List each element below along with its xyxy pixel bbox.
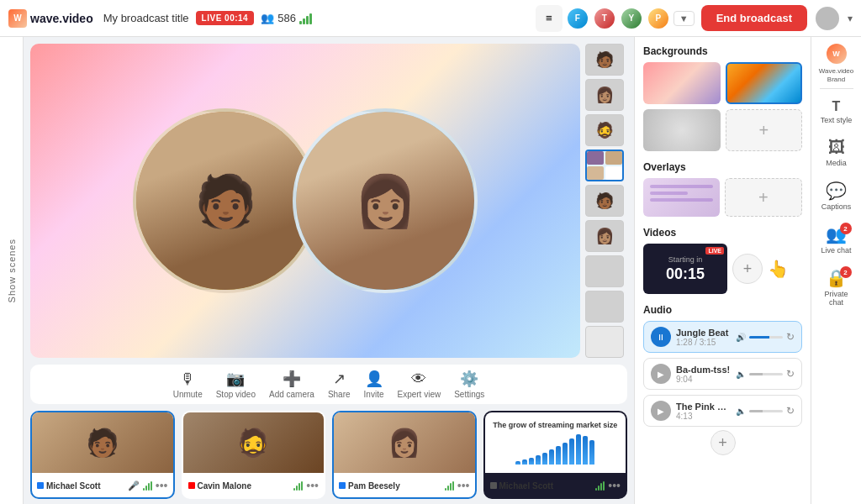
bg-thumb-3[interactable] (643, 109, 721, 151)
live-chat-label: Live chat (821, 246, 851, 255)
audio-dur-2: 4:13 (676, 412, 731, 421)
stop-video-label: Stop video (216, 390, 256, 399)
media-button[interactable]: 🖼 Media (815, 133, 858, 172)
refresh-btn-2[interactable]: ↻ (786, 405, 795, 417)
audio-title: Audio (643, 304, 802, 316)
avatar-4: P (647, 7, 670, 30)
add-overlay-icon: + (758, 188, 769, 207)
settings-icon: ⚙️ (460, 370, 478, 388)
thumb-4-active[interactable] (585, 150, 624, 181)
overlay-add[interactable]: + (725, 178, 803, 217)
audio-list: ⏸ Jungle Beat 1:28 / 3:15 🔊 ↻ ▶ Ba-dum-t… (643, 321, 802, 427)
audio-item-1: ▶ Ba-dum-tss! 9:04 🔈 ↻ (643, 358, 802, 390)
overlays-section: Overlays + (643, 161, 802, 217)
thumb-8[interactable] (585, 291, 624, 323)
thumb-3[interactable]: 🧔 (585, 114, 624, 146)
participant-name-3: Michael Scott (490, 481, 553, 491)
signal-3 (595, 480, 605, 491)
participant-name-0: Michael Scott (37, 481, 100, 491)
thumb-9[interactable] (585, 326, 624, 358)
chart-bar (529, 458, 534, 465)
logo-icon: W (8, 9, 27, 28)
text-style-icon: T (832, 99, 841, 114)
volume-slider-1[interactable] (749, 373, 783, 375)
share-icon: ↗ (333, 370, 346, 388)
backgrounds-section: Backgrounds + (643, 45, 802, 151)
participant-card-0[interactable]: 🧑🏾 Michael Scott 🎤 • (30, 411, 175, 499)
bg-thumb-1[interactable] (643, 62, 721, 104)
play-button-2[interactable]: ▶ (651, 401, 671, 421)
captions-label: Captions (821, 202, 852, 211)
logo: W wave.video (8, 9, 93, 28)
invite-button[interactable]: 👤 Invite (364, 370, 384, 399)
volume-slider-0[interactable] (749, 336, 783, 339)
more-btn-3[interactable]: ••• (608, 479, 621, 492)
user-avatar (814, 5, 841, 32)
private-chat-button[interactable]: 🔒 2 Private chat (815, 263, 858, 312)
participant-actions-0: 🎤 ••• (128, 479, 168, 492)
chart-bar (536, 455, 541, 465)
participant-card-1[interactable]: 🧔 Cavin Malone ••• (182, 411, 326, 499)
far-right-panel: W Wave.video Brand T Text style 🖼 Media … (811, 37, 861, 504)
participant-info-2: Pam Beesely ••• (334, 473, 475, 498)
end-broadcast-button[interactable]: End broadcast (701, 5, 807, 31)
stop-video-button[interactable]: 📷 Stop video (216, 370, 256, 399)
scenes-label: Show scenes (7, 239, 17, 302)
scenes-sidebar[interactable]: Show scenes (0, 37, 24, 504)
audio-item-0: ⏸ Jungle Beat 1:28 / 3:15 🔊 ↻ (643, 321, 802, 353)
pause-button-0[interactable]: ⏸ (651, 327, 671, 347)
right-panel: Backgrounds + Overlays (634, 37, 811, 504)
unmute-button[interactable]: 🎙 Unmute (173, 370, 203, 399)
thumb-7[interactable] (585, 255, 624, 287)
share-button[interactable]: ↗ Share (328, 370, 351, 399)
media-icon: 🖼 (828, 138, 845, 157)
signal-2 (445, 480, 454, 491)
participant-thumb-2: 👩🏽 (334, 412, 475, 473)
person-left: 🧑🏾 (133, 108, 318, 293)
participant-info-0: Michael Scott 🎤 ••• (32, 473, 173, 498)
chart-bar (542, 453, 547, 465)
chart-bar (583, 436, 588, 465)
add-audio-button[interactable]: + (710, 430, 736, 455)
bg-thumb-add[interactable]: + (726, 109, 803, 151)
user-menu-chevron[interactable]: ▾ (848, 13, 853, 24)
settings-button[interactable]: ⚙️ Settings (454, 370, 484, 399)
thumb-1[interactable]: 🧑🏾 (585, 44, 624, 76)
thumb-2[interactable]: 👩🏽 (585, 79, 624, 111)
captions-button[interactable]: 💬 Captions (815, 176, 858, 216)
audio-info-2: The Pink Phantom 4:13 (676, 402, 731, 421)
participant-actions-2: ••• (445, 479, 470, 492)
volume-icon-2: 🔈 (736, 407, 746, 416)
bg-thumb-2-selected[interactable] (726, 62, 803, 104)
text-style-button[interactable]: T Text style (815, 94, 858, 129)
add-camera-button[interactable]: ➕ Add camera (269, 370, 314, 399)
participant-card-2[interactable]: 👩🏽 Pam Beesely ••• (332, 411, 477, 499)
expert-view-button[interactable]: 👁 Expert view (397, 370, 441, 399)
participant-card-3[interactable]: The grow of streaming market size Michae… (483, 411, 628, 499)
video-thumb-1[interactable]: Starting in 00:15 LIVE (643, 244, 727, 294)
more-avatars-button[interactable]: ▼ (673, 11, 695, 26)
play-button-1[interactable]: ▶ (651, 364, 671, 384)
thumb-6[interactable]: 👩🏽 (585, 220, 624, 252)
more-btn-0[interactable]: ••• (156, 479, 168, 492)
overlay-thumb-1[interactable] (643, 178, 720, 217)
platform-dot-3 (490, 482, 497, 489)
avatar-2: T (593, 7, 616, 30)
live-chat-button[interactable]: 👥 2 Live chat (815, 219, 858, 260)
avatar-group: ≡ F T Y P ▼ (536, 5, 695, 32)
thumb-5[interactable]: 🧑🏾 (585, 185, 624, 217)
more-btn-1[interactable]: ••• (306, 479, 319, 492)
chart-mini (515, 431, 594, 465)
refresh-btn-1[interactable]: ↻ (786, 368, 795, 380)
face-right: 👩🏽 (296, 112, 474, 290)
refresh-btn-0[interactable]: ↻ (786, 331, 795, 343)
audio-info-0: Jungle Beat 1:28 / 3:15 (676, 328, 731, 347)
more-btn-2[interactable]: ••• (457, 479, 470, 492)
video-add-button[interactable]: + (732, 254, 763, 284)
audio-info-1: Ba-dum-tss! 9:04 (676, 365, 731, 384)
participant-name-1: Cavin Malone (188, 481, 251, 491)
chart-bar (569, 438, 574, 465)
live-badge: LIVE 00:14 (196, 11, 255, 25)
volume-slider-2[interactable] (749, 410, 783, 412)
menu-icon-button[interactable]: ≡ (536, 5, 563, 32)
